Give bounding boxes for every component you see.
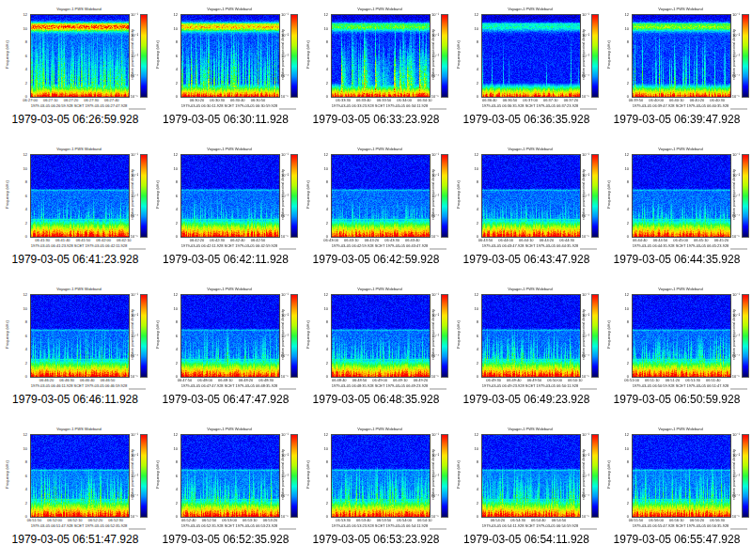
x-tick: 06:43:10 [344, 238, 359, 242]
x-tick: 06:51:10 [645, 378, 660, 382]
x-tick: 06:51:40 [706, 378, 721, 382]
y-axis-label: Frequency (kHz) [306, 40, 310, 69]
spectrogram-panel[interactable]: Voyager-1 PWS Wideband Frequency (kHz) 1… [602, 420, 752, 560]
colorbar-tick: 10⁻⁴ [275, 353, 289, 358]
spectrogram-panel[interactable]: Voyager-1 PWS Wideband Frequency (kHz) 1… [301, 140, 451, 280]
spectrogram-image[interactable] [30, 14, 130, 98]
y-tick: 2 [15, 221, 27, 226]
colorbar-tick: 10⁻² [576, 33, 589, 38]
x-tick: 06:54:30 [510, 518, 525, 522]
spectrogram-figure: Voyager-1 PWS Wideband Frequency (kHz) 1… [150, 286, 301, 391]
x-tick: 06:27:40 [104, 98, 119, 102]
colorbar [140, 294, 148, 378]
spectrogram-panel[interactable]: Voyager-1 PWS Wideband Frequency (kHz) 1… [602, 0, 752, 140]
spectrogram-image[interactable] [481, 14, 581, 98]
spectrogram-panel[interactable]: Voyager-1 PWS Wideband Frequency (kHz) 1… [451, 420, 602, 560]
spectrogram-panel[interactable]: Voyager-1 PWS Wideband Frequency (kHz) 1… [451, 280, 602, 420]
y-tick: 10 [466, 26, 478, 31]
spectrogram-image[interactable] [481, 434, 581, 518]
y-tick: 8 [617, 459, 629, 464]
colorbar-tick: 10⁻⁵ [727, 94, 740, 99]
y-tick: 6 [15, 194, 27, 198]
y-tick: 12 [617, 12, 629, 17]
spectrogram-panel[interactable]: Voyager-1 PWS Wideband Frequency (kHz) 1… [0, 280, 150, 420]
y-tick: 12 [466, 292, 478, 297]
spectrogram-panel[interactable]: Voyager-1 PWS Wideband Frequency (kHz) 1… [0, 420, 150, 560]
spectrogram-image[interactable] [180, 434, 280, 518]
colorbar [591, 294, 599, 378]
colorbar-tick: 10⁻³ [426, 194, 439, 198]
y-tick: 8 [316, 179, 328, 184]
colorbar-tick: 10⁻² [727, 453, 740, 458]
spectrogram-image[interactable] [632, 434, 731, 518]
colorbar-tick: 10⁻⁵ [576, 514, 589, 519]
plot-footnote [129, 388, 146, 390]
spectrogram-image[interactable] [331, 294, 431, 378]
spectrogram-panel[interactable]: Voyager-1 PWS Wideband Frequency (kHz) 1… [0, 0, 150, 140]
spectrogram-panel[interactable]: Voyager-1 PWS Wideband Frequency (kHz) 1… [150, 280, 301, 420]
x-tick: 06:41:40 [55, 238, 70, 242]
spectrogram-panel[interactable]: Voyager-1 PWS Wideband Frequency (kHz) 1… [602, 280, 752, 420]
spectrogram-image[interactable] [30, 434, 130, 518]
spectrogram-panel[interactable]: Voyager-1 PWS Wideband Frequency (kHz) 1… [301, 280, 451, 420]
spectrogram-panel[interactable]: Voyager-1 PWS Wideband Frequency (kHz) 1… [602, 140, 752, 280]
y-tick: 8 [617, 39, 629, 44]
spectrogram-panel[interactable]: Voyager-1 PWS Wideband Frequency (kHz) 1… [0, 140, 150, 280]
spectrogram-image[interactable] [180, 154, 280, 238]
spectrogram-image[interactable] [331, 14, 431, 98]
x-tick: 06:43:30 [384, 238, 400, 242]
spectrogram-image[interactable] [180, 14, 280, 98]
colorbar-tick: 10⁻⁵ [727, 374, 740, 379]
spectrogram-panel[interactable]: Voyager-1 PWS Wideband Frequency (kHz) 1… [150, 0, 301, 140]
y-tick: 8 [466, 459, 478, 464]
spectrogram-image[interactable] [331, 154, 431, 238]
spectrogram-image[interactable] [481, 154, 581, 238]
spectrogram-panel[interactable]: Voyager-1 PWS Wideband Frequency (kHz) 1… [150, 140, 301, 280]
y-tick: 10 [316, 446, 328, 451]
spectrogram-panel[interactable]: Voyager-1 PWS Wideband Frequency (kHz) 1… [301, 0, 451, 140]
colorbar-tick: 10⁻² [426, 453, 439, 458]
y-tick: 8 [466, 39, 478, 44]
spectrogram-image[interactable] [30, 294, 130, 378]
panel-caption: 1979-03-05 06:43:47.928 [451, 253, 602, 266]
y-tick: 10 [15, 166, 27, 171]
y-tick: 0 [15, 374, 27, 379]
spectrogram-image[interactable] [632, 14, 731, 98]
x-tick: 06:52:40 [181, 518, 196, 522]
x-tick: 06:33:40 [356, 98, 371, 102]
x-tick: 06:51:20 [666, 378, 681, 382]
plot-footnote [730, 528, 747, 530]
colorbar-tick: 10⁻⁴ [125, 213, 138, 218]
colorbar [441, 14, 448, 98]
colorbar-tick: 10⁻⁴ [727, 353, 740, 358]
y-tick: 2 [15, 361, 27, 366]
spectrogram-image[interactable] [30, 154, 130, 238]
spectrogram-image[interactable] [331, 434, 431, 518]
y-tick: 4 [617, 207, 629, 211]
colorbar [742, 154, 749, 238]
spectrogram-image[interactable] [632, 154, 731, 238]
spectrogram-image[interactable] [180, 294, 280, 378]
spectrogram-figure: Voyager-1 PWS Wideband Frequency (kHz) 1… [0, 426, 150, 531]
y-axis-label: Frequency (kHz) [456, 460, 461, 489]
spectrogram-panel[interactable]: Voyager-1 PWS Wideband Frequency (kHz) 1… [150, 420, 301, 560]
panel-title: Voyager-1 PWS Wideband [320, 147, 440, 151]
spectrogram-figure: Voyager-1 PWS Wideband Frequency (kHz) 1… [150, 146, 301, 251]
y-tick: 10 [15, 26, 27, 31]
y-axis-label: Frequency (kHz) [5, 320, 9, 349]
spectrogram-figure: Voyager-1 PWS Wideband Frequency (kHz) 1… [602, 146, 752, 251]
y-tick: 4 [165, 347, 178, 351]
y-tick: 12 [15, 12, 27, 17]
x-tick: 06:53:50 [377, 518, 392, 522]
x-tick: 06:53:10 [243, 518, 258, 522]
spectrogram-panel[interactable]: Voyager-1 PWS Wideband Frequency (kHz) 1… [451, 140, 602, 280]
spectrogram-image[interactable] [632, 294, 731, 378]
spectrogram-panel[interactable]: Voyager-1 PWS Wideband Frequency (kHz) 1… [301, 420, 451, 560]
x-tick: 06:49:40 [507, 378, 522, 382]
y-tick: 6 [165, 54, 178, 58]
spectrogram-image[interactable] [481, 294, 581, 378]
y-tick: 8 [316, 39, 328, 44]
spectrogram-panel[interactable]: Voyager-1 PWS Wideband Frequency (kHz) 1… [451, 0, 602, 140]
y-tick: 4 [165, 67, 178, 71]
y-tick: 8 [165, 459, 178, 464]
